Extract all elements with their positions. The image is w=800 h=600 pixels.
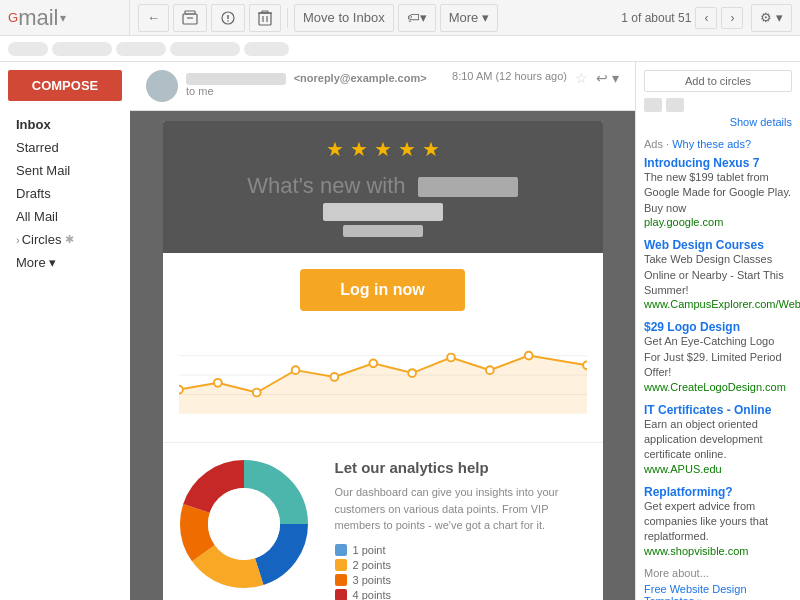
add-to-circles-button[interactable]: Add to circles [644,70,792,92]
sidebar-item-starred[interactable]: Starred [0,136,130,159]
archive-button[interactable] [173,4,207,32]
avatar [146,70,178,102]
legend-label-3: 3 points [353,574,392,586]
sidebar-item-sent-mail[interactable]: Sent Mail [0,159,130,182]
more-link-1[interactable]: Free Website Design Templates » [644,583,792,600]
sidebar-item-all-mail[interactable]: All Mail [0,205,130,228]
star-button[interactable]: ☆ [575,70,588,86]
starred-label: Starred [16,140,59,155]
gmail-dropdown-icon[interactable]: ▾ [60,11,66,25]
search-pill-4 [170,42,240,56]
all-mail-label: All Mail [16,209,58,224]
star-1: ★ [326,137,344,161]
ad-url-3[interactable]: www.CreateLogoDesign.com [644,381,792,393]
labels-dropdown-arrow: ▾ [420,10,427,25]
search-strip [0,36,800,62]
search-pill-5 [244,42,289,56]
svg-rect-6 [259,13,271,25]
svg-rect-10 [262,11,268,13]
whats-new-label: What's new with [247,173,405,198]
ad-url-1[interactable]: play.google.com [644,216,792,228]
sender-name: <noreply@example.com> [186,70,444,85]
search-pill-2 [52,42,112,56]
more-button[interactable]: More ▾ [440,4,498,32]
analytics-section: Let our analytics help Our dashboard can… [163,442,603,600]
compose-button[interactable]: COMPOSE [8,70,122,101]
move-to-inbox-button[interactable]: Move to Inbox [294,4,394,32]
email-time: 8:10 AM (12 hours ago) [452,70,567,82]
svg-point-18 [330,373,338,381]
more-actions-button[interactable]: ▾ [612,70,619,86]
email-aside: Add to circles Show details Ads · Why th… [635,62,800,600]
login-now-button[interactable]: Log in now [300,269,464,311]
ad-title-3[interactable]: $29 Logo Design [644,320,792,334]
svg-point-31 [208,488,280,560]
more-about-label: More about... [644,567,792,579]
inbox-label: Inbox [16,117,51,132]
svg-point-15 [213,379,221,387]
ad-url-2[interactable]: www.CampusExplorer.com/WebDesi... [644,298,792,310]
aside-icon-1[interactable] [644,98,662,112]
delete-button[interactable] [249,4,281,32]
sent-mail-label: Sent Mail [16,163,70,178]
ad-title-2[interactable]: Web Design Courses [644,238,792,252]
legend-label-2: 2 points [353,559,392,571]
search-pill-3 [116,42,166,56]
legend-item-1: 1 point [335,544,587,556]
ad-item-1: Introducing Nexus 7 The new $199 tablet … [644,156,792,228]
gmail-logo: Gmail ▾ [0,0,130,36]
next-page-button[interactable]: › [721,7,743,29]
ad-title-5[interactable]: Replatforming? [644,485,792,499]
sidebar-item-circles[interactable]: › Circles ✱ [0,228,130,251]
sidebar-more-button[interactable]: More ▾ [0,251,130,274]
reply-button[interactable]: ↩ [596,70,608,86]
donut-chart-wrap [179,459,319,600]
show-details-link[interactable]: Show details [644,116,792,128]
sender-email-address: <noreply@example.com> [294,72,427,84]
star-5: ★ [422,137,440,161]
legend-label-1: 1 point [353,544,386,556]
ad-url-4[interactable]: www.APUS.edu [644,463,792,475]
sender-info: <noreply@example.com> to me [186,70,444,97]
legend-dot-2 [335,559,347,571]
back-button[interactable]: ← [138,4,169,32]
why-ads-link[interactable]: Why these ads? [672,138,751,150]
gmail-g-letter: G [8,10,18,25]
search-pill-1 [8,42,48,56]
sidebar: COMPOSE Inbox Starred Sent Mail Drafts A… [0,62,130,600]
analytics-text: Let our analytics help Our dashboard can… [335,459,587,600]
star-3: ★ [374,137,392,161]
sidebar-item-inbox[interactable]: Inbox [0,113,130,136]
ad-desc-1: The new $199 tablet from Google Made for… [644,170,792,216]
toolbar-separator [287,8,288,28]
star-4: ★ [398,137,416,161]
email-body: ★ ★ ★ ★ ★ What's new with [130,111,635,600]
prev-page-button[interactable]: ‹ [695,7,717,29]
more-label: More ▾ [16,255,56,270]
legend-item-3: 3 points [335,574,587,586]
settings-button[interactable]: ⚙ ▾ [751,4,792,32]
ad-desc-5: Get expert advice from companies like yo… [644,499,792,545]
svg-point-14 [179,386,183,394]
brand-bar [323,203,443,221]
card-body: Log in now [163,253,603,442]
labels-button[interactable]: 🏷 ▾ [398,4,436,32]
ad-title-4[interactable]: IT Certificates - Online [644,403,792,417]
analytics-title: Let our analytics help [335,459,587,476]
whats-new-text: What's new with [179,173,587,199]
drafts-label: Drafts [16,186,51,201]
report-spam-button[interactable] [211,4,245,32]
legend-item-4: 4 points [335,589,587,601]
svg-point-16 [252,389,260,397]
svg-rect-0 [183,14,197,24]
sidebar-item-drafts[interactable]: Drafts [0,182,130,205]
svg-point-20 [408,369,416,377]
ad-item-4: IT Certificates - Online Earn an object … [644,403,792,475]
brand-placeholder [418,177,518,197]
svg-rect-1 [185,11,195,14]
svg-point-17 [291,366,299,374]
count-label: 1 of about 51 [621,11,691,25]
ad-url-5[interactable]: www.shopvisible.com [644,545,792,557]
ad-title-1[interactable]: Introducing Nexus 7 [644,156,792,170]
aside-icon-2[interactable] [666,98,684,112]
